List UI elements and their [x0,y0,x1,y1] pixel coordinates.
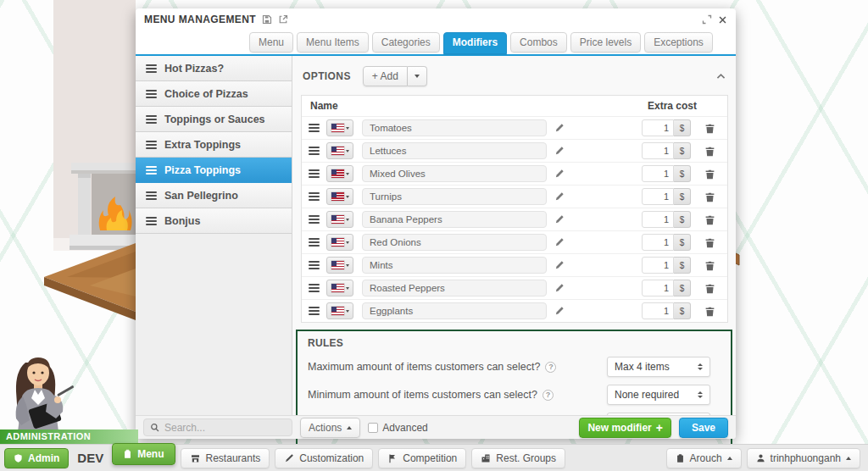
sidebar-item[interactable]: Hot Pizzas? [136,56,292,81]
sidebar-item[interactable]: Pizza Toppings [136,158,292,183]
extra-cost-input[interactable] [642,257,674,274]
delete-option-icon[interactable] [704,214,715,225]
language-flag-button[interactable] [326,257,353,274]
language-flag-button[interactable] [326,211,353,228]
option-name-input[interactable] [362,302,547,319]
language-flag-button[interactable] [326,119,353,136]
sidebar-item[interactable]: Bonjus [136,208,292,234]
option-name-input[interactable] [362,119,547,136]
nav-menu-button[interactable]: Menu [112,443,175,465]
sidebar-item[interactable]: San Pellegrino [136,183,292,208]
currency-button[interactable]: $ [674,211,691,228]
save-state-icon[interactable] [262,14,272,25]
drag-handle-icon[interactable] [309,147,320,155]
edit-pencil-icon[interactable] [554,260,565,270]
drag-handle-icon[interactable] [309,238,320,247]
edit-pencil-icon[interactable] [554,123,565,133]
nav-competition-button[interactable]: Competition [378,448,466,468]
tab[interactable]: Price levels [570,32,641,53]
advanced-toggle[interactable]: Advanced [368,422,427,434]
drag-handle-icon[interactable] [146,191,157,200]
nav-rest-groups-button[interactable]: Rest. Groups [471,448,565,468]
drag-handle-icon[interactable] [309,192,320,201]
drag-handle-icon[interactable] [146,90,157,98]
delete-option-icon[interactable] [704,260,715,271]
help-icon[interactable]: ? [545,362,556,373]
extra-cost-input[interactable] [642,280,674,296]
drag-handle-icon[interactable] [146,115,157,124]
drag-handle-icon[interactable] [309,307,320,315]
option-name-input[interactable] [362,188,547,205]
add-option-dropdown-button[interactable] [408,66,427,86]
option-name-input[interactable] [362,142,547,159]
drag-handle-icon[interactable] [146,166,157,175]
edit-pencil-icon[interactable] [554,146,565,156]
language-flag-button[interactable] [326,188,353,205]
rule-select[interactable]: None required [607,385,710,405]
extra-cost-input[interactable] [642,302,674,319]
rule-select[interactable]: Max 4 items [607,357,710,377]
language-flag-button[interactable] [326,234,353,251]
tab[interactable]: Modifiers [443,32,507,54]
delete-option-icon[interactable] [704,191,715,202]
currency-button[interactable]: $ [674,165,691,182]
edit-pencil-icon[interactable] [554,191,565,202]
edit-pencil-icon[interactable] [554,237,565,247]
delete-option-icon[interactable] [704,169,715,180]
currency-button[interactable]: $ [674,302,691,319]
extra-cost-input[interactable] [642,119,674,136]
edit-pencil-icon[interactable] [554,306,565,316]
drag-handle-icon[interactable] [146,141,157,149]
tab[interactable]: Menu [249,32,293,53]
drag-handle-icon[interactable] [309,124,320,132]
currency-button[interactable]: $ [674,188,691,205]
sidebar-item[interactable]: Extra Toppings [136,132,292,158]
open-external-icon[interactable] [278,14,288,25]
currency-button[interactable]: $ [674,142,691,159]
close-icon[interactable] [718,15,727,25]
extra-cost-input[interactable] [642,188,674,205]
edit-pencil-icon[interactable] [554,283,565,293]
nav-customization-button[interactable]: Customization [275,448,373,468]
extra-cost-input[interactable] [642,211,674,228]
sidebar-item[interactable]: Choice of Pizzas [136,81,292,107]
language-flag-button[interactable] [326,280,353,296]
extra-cost-input[interactable] [642,165,674,182]
actions-button[interactable]: Actions [300,418,360,438]
drag-handle-icon[interactable] [309,284,320,292]
tab[interactable]: Categories [372,32,440,53]
help-icon[interactable]: ? [542,390,554,401]
save-button[interactable]: Save [679,418,728,438]
option-name-input[interactable] [362,234,547,251]
currency-button[interactable]: $ [674,257,691,274]
delete-option-icon[interactable] [704,146,715,157]
tab[interactable]: Combos [510,32,567,53]
delete-option-icon[interactable] [704,283,715,294]
tab[interactable]: Menu Items [297,32,369,53]
currency-button[interactable]: $ [674,119,691,136]
language-flag-button[interactable] [326,142,353,159]
drag-handle-icon[interactable] [146,217,157,225]
drag-handle-icon[interactable] [309,261,320,269]
drag-handle-icon[interactable] [309,215,320,224]
option-name-input[interactable] [362,211,547,228]
nav-restaurants-button[interactable]: Restaurants [181,448,270,468]
user-menu-button[interactable]: trinhphuonganh [747,448,860,468]
delete-option-icon[interactable] [704,237,715,248]
drag-handle-icon[interactable] [309,169,320,178]
option-name-input[interactable] [362,280,547,296]
advanced-checkbox[interactable] [368,423,378,433]
sidebar-item[interactable]: Toppings or Sauces [136,107,292,132]
delete-option-icon[interactable] [704,123,715,134]
collapse-section-icon[interactable] [715,71,726,82]
extra-cost-input[interactable] [642,142,674,159]
delete-option-icon[interactable] [704,306,715,317]
language-flag-button[interactable] [326,165,353,182]
tab[interactable]: Exceptions [644,32,713,53]
search-input[interactable] [164,422,292,434]
maximize-icon[interactable] [702,14,712,25]
edit-pencil-icon[interactable] [554,214,565,224]
company-menu-button[interactable]: Arouch [666,448,742,468]
language-flag-button[interactable] [326,302,353,319]
option-name-input[interactable] [362,165,547,182]
